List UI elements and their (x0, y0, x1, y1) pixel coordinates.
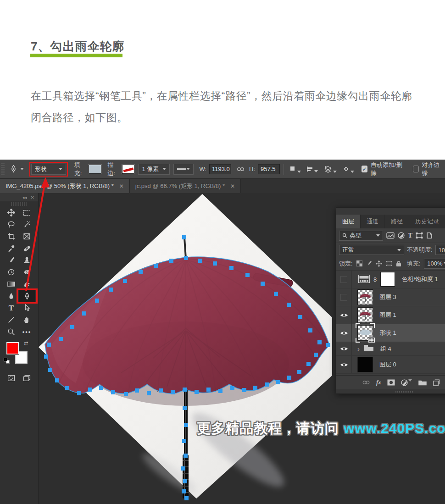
eraser-tool[interactable] (19, 266, 35, 278)
close-tab-icon[interactable]: ✕ (119, 183, 124, 189)
layer-name[interactable]: 图层 1 (379, 311, 396, 319)
layer-name[interactable]: 形状 1 (379, 329, 396, 337)
link-layers-icon[interactable] (362, 380, 370, 385)
layer-name[interactable]: 图层 0 (379, 360, 396, 369)
pen-tool[interactable] (19, 290, 35, 302)
stroke-type-dropdown[interactable] (173, 164, 194, 175)
zoom-tool[interactable] (4, 326, 19, 338)
path-alignment-icon[interactable] (306, 166, 318, 172)
shape-layer-thumb[interactable] (357, 325, 373, 341)
lock-all-icon[interactable] (396, 260, 401, 267)
layer-name[interactable]: 色相/饱和度 1 (401, 275, 438, 283)
screen-mode-icon[interactable] (19, 372, 35, 384)
document-canvas[interactable] (39, 193, 332, 504)
type-tool[interactable]: T (4, 302, 19, 314)
group-expand-chevron[interactable]: › (357, 345, 360, 353)
healing-brush-tool[interactable] (19, 243, 35, 254)
move-tool[interactable] (4, 207, 19, 218)
foreground-color-swatch[interactable] (6, 342, 19, 354)
swap-colors-icon[interactable]: ⇄ (24, 340, 28, 346)
opacity-input[interactable]: 100% (435, 245, 445, 255)
tool-mode-dropdown[interactable]: 形状 (31, 164, 66, 175)
toolbar-close-icon[interactable]: ✕ (31, 195, 34, 200)
brush-tool[interactable] (4, 255, 19, 266)
layer-row-group4[interactable]: › 组 4 (336, 342, 445, 356)
edit-toolbar-icon[interactable]: ••• (19, 326, 35, 338)
gear-icon[interactable] (342, 165, 354, 173)
pen-preset-chevron[interactable] (20, 168, 24, 170)
layer-row-huesat[interactable]: 8 色相/饱和度 1 (336, 271, 445, 288)
mask-link-icon[interactable]: 8 (373, 276, 377, 283)
stroke-width-dropdown[interactable]: 1 像素 (138, 164, 170, 175)
visibility-toggle[interactable] (336, 306, 352, 324)
layer-thumb[interactable] (357, 357, 373, 372)
layers-panel: ◂◂ 图层 通道 路径 历史记录 类型 T 正常 不透明度: 1 (336, 207, 445, 394)
link-dimensions-icon[interactable] (237, 166, 245, 172)
tab-history[interactable]: 历史记录 (409, 215, 445, 228)
filter-pixel-icon[interactable] (386, 232, 395, 239)
crop-tool[interactable] (4, 231, 19, 242)
layer-thumb[interactable] (357, 289, 373, 305)
marquee-tool[interactable] (19, 207, 35, 218)
lock-pixels-icon[interactable] (366, 260, 372, 266)
add-mask-icon[interactable] (387, 379, 395, 386)
new-adjustment-icon[interactable] (401, 379, 412, 386)
quick-mask-icon[interactable] (4, 372, 19, 384)
lock-position-icon[interactable] (376, 260, 382, 267)
stroke-swatch[interactable] (122, 165, 135, 174)
history-brush-tool[interactable] (4, 266, 19, 278)
filter-kind-dropdown[interactable]: 类型 (339, 231, 383, 241)
options-bar-grip[interactable] (1, 163, 5, 175)
toolbar-grip[interactable] (11, 202, 27, 206)
path-arrangement-icon[interactable] (323, 166, 337, 173)
layer-row-shape1[interactable]: 形状 1 (336, 324, 445, 342)
layer-name[interactable]: 图层 3 (379, 293, 396, 301)
layer-style-icon[interactable]: fx (376, 379, 381, 386)
close-tab-icon[interactable]: ✕ (230, 183, 235, 189)
layer-fill-input[interactable]: 100% (424, 259, 445, 269)
pen-tool-icon[interactable] (9, 165, 18, 173)
path-operations-icon[interactable] (289, 166, 301, 173)
slice-tool[interactable] (19, 231, 35, 242)
layer-row-layer3[interactable]: 图层 3 (336, 288, 445, 306)
align-edges-checkbox[interactable] (413, 166, 419, 172)
doc-tab-img4205[interactable]: IMG_4205.psd @ 50% (形状 1, RGB/8) * ✕ (0, 179, 130, 193)
filter-type-icon[interactable]: T (408, 232, 412, 239)
auto-add-delete-checkbox[interactable]: ✓ (362, 166, 367, 172)
lasso-tool[interactable] (4, 219, 19, 230)
clone-stamp-tool[interactable] (19, 255, 35, 266)
line-tool[interactable] (4, 314, 19, 326)
shape-width-input[interactable]: 1193.0 (209, 164, 231, 174)
lock-transparency-icon[interactable] (356, 260, 362, 266)
tab-paths[interactable]: 路径 (385, 215, 409, 228)
visibility-toggle[interactable] (336, 324, 352, 342)
new-layer-icon[interactable] (433, 379, 440, 386)
shape-height-input[interactable]: 957.5 (258, 164, 280, 174)
visibility-toggle[interactable] (336, 342, 352, 355)
tab-channels[interactable]: 通道 (361, 215, 385, 228)
fill-swatch[interactable] (89, 165, 101, 174)
layer-name[interactable]: 组 4 (380, 345, 391, 353)
filter-adjustment-icon[interactable] (398, 232, 405, 239)
toolbar-collapse-icon[interactable]: ◂◂ (22, 195, 27, 200)
visibility-toggle[interactable] (336, 271, 352, 288)
new-group-icon[interactable] (418, 379, 427, 386)
layer-mask-thumb[interactable] (380, 272, 395, 287)
eyedropper-tool[interactable] (4, 243, 19, 254)
path-selection-tool[interactable] (19, 302, 35, 314)
tab-layers[interactable]: 图层 (336, 215, 361, 228)
doc-tab-jc[interactable]: jc.psd @ 66.7% (矩形 1, RGB/8) * ✕ (130, 179, 241, 193)
default-colors-icon[interactable] (4, 358, 10, 364)
layer-thumb[interactable] (357, 307, 373, 323)
layer-row-layer1[interactable]: 图层 1 (336, 306, 445, 324)
magic-wand-tool[interactable] (19, 219, 35, 230)
filter-shape-icon[interactable] (416, 232, 423, 239)
panel-resize-grip[interactable] (336, 389, 445, 393)
layer-row-layer0[interactable]: 图层 0 (336, 356, 445, 374)
filter-smart-object-icon[interactable] (426, 232, 433, 239)
visibility-toggle[interactable] (336, 356, 352, 373)
lock-artboard-icon[interactable] (386, 260, 392, 266)
visibility-toggle[interactable] (336, 288, 352, 306)
hand-tool[interactable] (19, 314, 35, 326)
blend-mode-dropdown[interactable]: 正常 (339, 245, 404, 255)
